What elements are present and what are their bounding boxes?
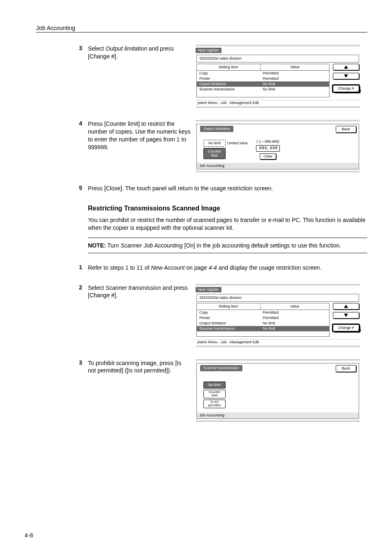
back-button[interactable]: Back: [336, 365, 356, 372]
footer-label: Job Accounting: [197, 163, 359, 169]
screenshot-panel: New register 33333333st sales division S…: [196, 284, 360, 347]
step-number: 3: [77, 359, 82, 366]
step-text-ital: New Account: [151, 264, 184, 271]
range-label: ( 1～999,999): [257, 140, 279, 143]
scroll-up-button[interactable]: [333, 64, 359, 70]
column-header: Value: [261, 64, 329, 70]
modal-title: Scanner transmission: [200, 365, 242, 371]
setting-value: No limit: [261, 87, 329, 92]
setting-item[interactable]: Printer: [197, 315, 261, 321]
scroll-down-button[interactable]: [333, 73, 359, 79]
step-text: To prohibit scanning image, press [Is no…: [88, 359, 191, 375]
step-text: and display the usage restriction screen…: [217, 264, 321, 271]
column-header: Value: [261, 303, 329, 310]
setting-value: Permitted: [261, 310, 329, 315]
setting-item[interactable]: Output limitation: [197, 321, 261, 326]
step-number: 1: [77, 264, 82, 271]
setting-item[interactable]: Copy: [197, 71, 261, 76]
setting-item[interactable]: Scanner transmission: [197, 326, 261, 331]
header-rule: [36, 32, 367, 32]
note-text-ital: Scanner Job Accounting: [120, 242, 182, 249]
note-block: NOTE: Turn Scanner Job Accounting [On] i…: [88, 238, 367, 253]
setting-value: No limit: [261, 321, 329, 326]
panel-tab: New register: [196, 287, 221, 292]
setting-item[interactable]: Scanner transmission: [197, 87, 261, 92]
not-permitted-option[interactable]: Is not permited: [203, 400, 226, 408]
scroll-up-button[interactable]: [333, 303, 359, 310]
panel-subtitle: 33333333st sales division: [196, 55, 359, 62]
setting-value: Permitted: [261, 71, 329, 76]
setting-item[interactable]: Output limitation: [197, 81, 261, 87]
svg-marker-1: [344, 74, 348, 78]
clear-button[interactable]: Clear: [260, 153, 276, 160]
page-xref: 4-4: [209, 264, 217, 271]
footer-label: Job Accounting: [197, 412, 359, 419]
setting-value: Permitted: [261, 76, 329, 81]
value-display: 999,999: [256, 145, 280, 152]
step-text: Press [Counter limit] to restrict the nu…: [88, 120, 191, 151]
note-label: NOTE:: [88, 242, 106, 249]
setting-value: No limit: [261, 81, 329, 87]
column-header: Setting Item: [197, 64, 261, 70]
step-text: on page: [184, 264, 208, 271]
page-number: 4-8: [25, 532, 33, 539]
back-button[interactable]: Back: [336, 126, 356, 133]
no-limit-option[interactable]: No limit: [203, 382, 226, 388]
breadcrumb: ystem Menu - Job - Management Edit: [196, 339, 360, 345]
setting-item[interactable]: Printer: [197, 76, 261, 81]
section-body: You can prohibit or restrict the number …: [88, 216, 367, 232]
no-limit-option[interactable]: No limit: [203, 140, 226, 147]
counter-limit-option[interactable]: Counter limit: [203, 390, 226, 398]
note-text: Turn: [106, 242, 121, 249]
step-text: Refer to steps 1 to 11 of: [88, 264, 151, 271]
modal-title: Output limitation: [200, 126, 233, 132]
limited-value-label: Limited value: [227, 140, 248, 145]
column-header: Setting Item: [197, 303, 261, 310]
setting-value: No limit: [261, 326, 329, 331]
step-text: Select: [88, 284, 106, 291]
screenshot-panel: Output limitation Back No limit Limited …: [196, 120, 360, 172]
pointer-icon: ☚: [357, 89, 361, 93]
step-text: Select: [88, 45, 106, 52]
svg-marker-0: [344, 65, 348, 69]
step-number: 5: [77, 185, 82, 191]
step-number: 2: [77, 284, 82, 291]
setting-value: Permitted: [261, 315, 329, 321]
change-button[interactable]: Change #☚: [333, 85, 359, 92]
scroll-down-button[interactable]: [333, 312, 359, 319]
breadcrumb: ystem Menu - Job - Management Edit: [196, 100, 360, 106]
section-heading: Restricting Transmissions Scanned Image: [88, 205, 367, 212]
panel-tab: New register: [196, 48, 221, 53]
screenshot-panel: Scanner transmission Back No limit Count…: [196, 359, 360, 422]
step-text-ital: Output limitation: [106, 45, 147, 52]
note-text: [On] in the job accounting default setti…: [183, 242, 341, 249]
header-title: Job Accounting: [36, 25, 367, 31]
screenshot-panel: New register 33333333st sales division S…: [196, 45, 360, 108]
step-text: Press [Close]. The touch panel will retu…: [88, 185, 367, 192]
svg-marker-3: [344, 314, 348, 317]
pointer-icon: ☚: [357, 328, 361, 333]
counter-limit-option[interactable]: Counter limit: [203, 148, 226, 159]
change-button[interactable]: Change #☚: [333, 324, 359, 331]
step-number: 3: [77, 45, 82, 51]
setting-item[interactable]: Copy: [197, 310, 261, 315]
svg-marker-2: [344, 305, 348, 308]
step-number: 4: [77, 120, 82, 127]
panel-subtitle: 33333333st sales division: [196, 294, 359, 302]
step-text-ital: Scanner transmission: [106, 284, 161, 291]
